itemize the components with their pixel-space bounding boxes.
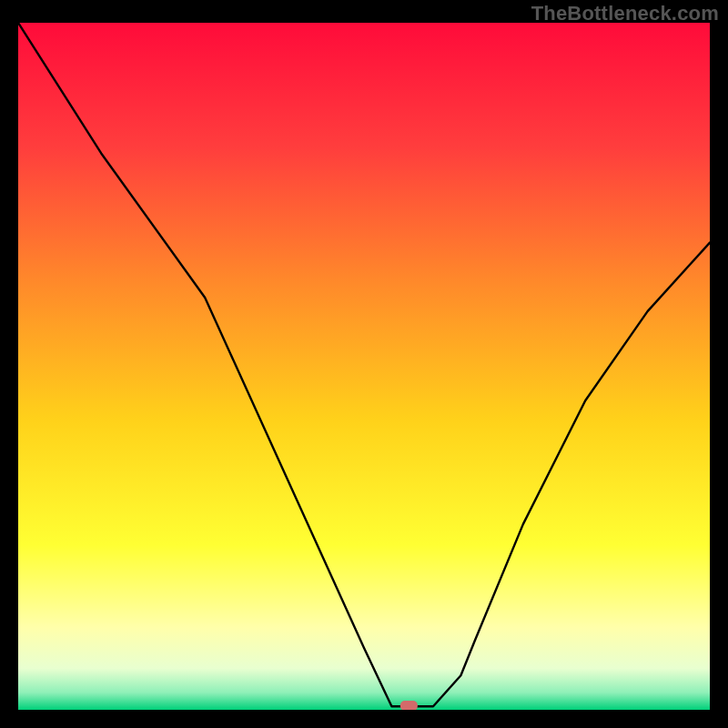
optimal-point-marker	[400, 701, 418, 710]
gradient-background	[18, 23, 710, 710]
plot-area	[18, 23, 710, 710]
chart-svg	[18, 23, 710, 710]
chart-frame: TheBottleneck.com	[0, 0, 728, 728]
